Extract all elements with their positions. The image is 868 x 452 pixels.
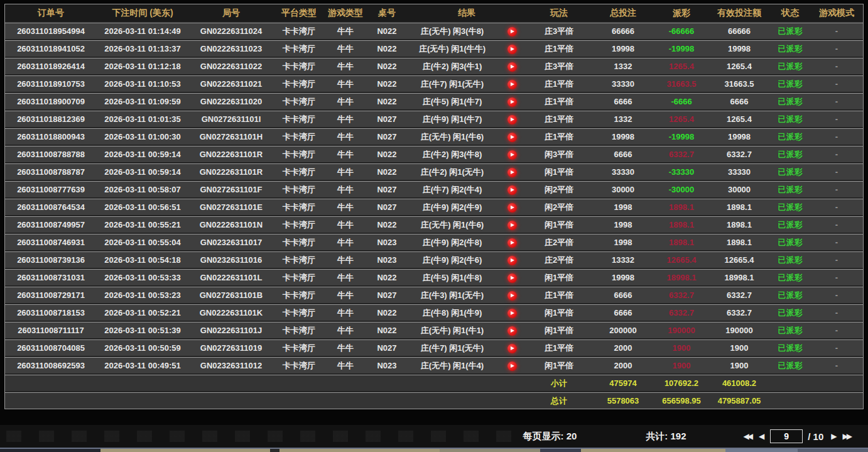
platform-type: 卡卡湾厅	[274, 129, 324, 145]
play-type: 庄2平倍	[526, 252, 592, 268]
order-number: 260311008749957	[5, 217, 97, 233]
result-cell: 庄(牛9) 闲2(牛6)	[407, 252, 526, 268]
play-video-button[interactable]	[497, 287, 526, 304]
table-row: 260311008731031 2026-03-11 00:53:33 GN02…	[5, 269, 863, 285]
game-type: 牛牛	[324, 234, 367, 251]
round-number: GN02226311021	[188, 76, 274, 92]
total-bet: 33330	[592, 164, 654, 180]
play-video-button[interactable]	[497, 199, 526, 216]
play-video-button[interactable]	[497, 146, 526, 163]
play-video-button[interactable]	[497, 129, 526, 145]
payout: 31663.5	[654, 76, 708, 92]
first-page-button[interactable]: ◀◀	[740, 431, 755, 442]
play-video-button[interactable]	[497, 41, 526, 57]
grand-total-payout: 656598.95	[654, 393, 708, 409]
table-number: N027	[367, 129, 407, 145]
status-badge: 已派彩	[770, 164, 810, 180]
result-text: 庄(无牛) 闲1(牛6)	[407, 217, 497, 233]
bet-time: 2026-03-11 00:56:51	[97, 199, 188, 216]
round-number: GN02226311024	[188, 23, 274, 40]
valid-bet: 6332.7	[708, 146, 770, 163]
play-video-button[interactable]	[497, 305, 526, 321]
status-badge: 已派彩	[770, 23, 810, 40]
play-video-button[interactable]	[497, 164, 526, 180]
table-header-row: 订单号 下注时间 (美东) 局号 平台类型 游戏类型 桌号 结果 玩法 总投注 …	[5, 4, 863, 21]
play-type: 闲1平倍	[526, 358, 592, 374]
play-type: 庄1平倍	[526, 76, 592, 92]
play-video-button[interactable]	[497, 234, 526, 251]
play-type: 庄3平倍	[526, 58, 592, 75]
game-mode: -	[810, 305, 863, 321]
page-total-label: / 10	[808, 431, 823, 442]
total-bet: 6666	[592, 287, 654, 304]
game-mode: -	[810, 322, 863, 339]
play-video-button[interactable]	[497, 217, 526, 233]
next-page-button[interactable]: ▶	[827, 431, 838, 442]
game-mode: -	[810, 217, 863, 233]
play-video-button[interactable]	[497, 322, 526, 339]
game-type: 牛牛	[324, 94, 367, 110]
last-page-button[interactable]: ▶▶	[839, 431, 854, 442]
col-header-game: 游戏类型	[324, 8, 367, 19]
game-type: 牛牛	[324, 23, 367, 40]
grand-total-label: 总计	[526, 393, 592, 409]
play-video-button[interactable]	[497, 270, 526, 286]
result-text: 庄(牛5) 闲1(牛8)	[407, 270, 497, 286]
bottom-strip-segment	[440, 449, 540, 452]
valid-bet: 66666	[708, 23, 770, 40]
play-icon	[507, 45, 517, 54]
play-video-button[interactable]	[497, 252, 526, 268]
col-header-platform: 平台类型	[274, 8, 324, 19]
play-video-button[interactable]	[497, 76, 526, 92]
bet-time: 2026-03-11 00:53:23	[97, 287, 188, 304]
subtotal-row: 小计 475974 107692.2 461008.2	[5, 375, 863, 391]
bet-time: 2026-03-11 00:59:14	[97, 164, 188, 180]
game-type: 牛牛	[324, 358, 367, 374]
table-row: 260311008788787 2026-03-11 00:59:14 GN02…	[5, 163, 863, 180]
table-row: 260311008729171 2026-03-11 00:53:23 GN02…	[5, 287, 863, 303]
status-badge: 已派彩	[770, 305, 810, 321]
play-type: 庄1平倍	[526, 287, 592, 304]
bottom-strip-segment	[100, 449, 270, 452]
col-header-total-bet: 总投注	[592, 8, 654, 19]
prev-page-button[interactable]: ◀	[755, 431, 766, 442]
total-bet: 6666	[592, 94, 654, 110]
game-mode: -	[810, 41, 863, 57]
result-text: 庄(牛7) 闲1(无牛)	[407, 340, 497, 356]
col-header-mode: 游戏模式	[810, 8, 863, 19]
play-video-button[interactable]	[497, 94, 526, 110]
total-bet: 1998	[592, 217, 654, 233]
play-icon	[507, 221, 517, 230]
result-text: 庄(无牛) 闲1(牛牛)	[407, 41, 497, 57]
bet-time: 2026-03-11 00:53:33	[97, 270, 188, 286]
payout: 1898.1	[654, 234, 708, 251]
valid-bet: 6666	[708, 94, 770, 110]
play-type: 庄1平倍	[526, 111, 592, 128]
play-type: 闲1平倍	[526, 270, 592, 286]
last-page-icon: ▶▶	[843, 432, 850, 441]
play-video-button[interactable]	[497, 58, 526, 75]
play-video-button[interactable]	[497, 111, 526, 128]
payout: 1898.1	[654, 217, 708, 233]
platform-type: 卡卡湾厅	[274, 305, 324, 321]
play-video-button[interactable]	[497, 23, 526, 40]
table-number: N022	[367, 270, 407, 286]
game-mode: -	[810, 94, 863, 110]
game-type: 牛牛	[324, 111, 367, 128]
play-icon	[507, 361, 517, 371]
play-video-button[interactable]	[497, 340, 526, 356]
valid-bet: 1265.4	[708, 111, 770, 128]
result-cell: 庄(牛2) 闲1(无牛)	[407, 164, 526, 180]
result-text: 庄(牛8) 闲1(牛9)	[407, 305, 497, 321]
play-video-button[interactable]	[497, 358, 526, 374]
round-number: GN0272631101E	[188, 199, 274, 216]
bet-time: 2026-03-11 00:58:07	[97, 182, 188, 198]
page-number-input[interactable]	[770, 429, 803, 443]
order-number: 260311008746931	[5, 234, 97, 251]
order-number: 260311018812369	[5, 111, 97, 128]
subtotal-valid-bet: 461008.2	[708, 375, 770, 392]
play-video-button[interactable]	[497, 182, 526, 198]
order-number: 260311008692593	[5, 358, 97, 374]
bottom-strip-segment	[279, 449, 440, 452]
platform-type: 卡卡湾厅	[274, 322, 324, 339]
